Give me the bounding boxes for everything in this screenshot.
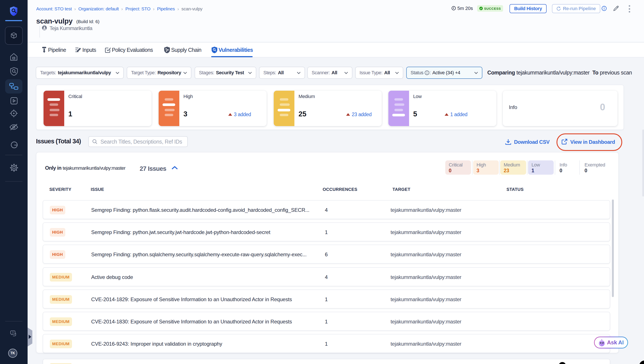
svg-text:?: ?: [12, 331, 14, 334]
